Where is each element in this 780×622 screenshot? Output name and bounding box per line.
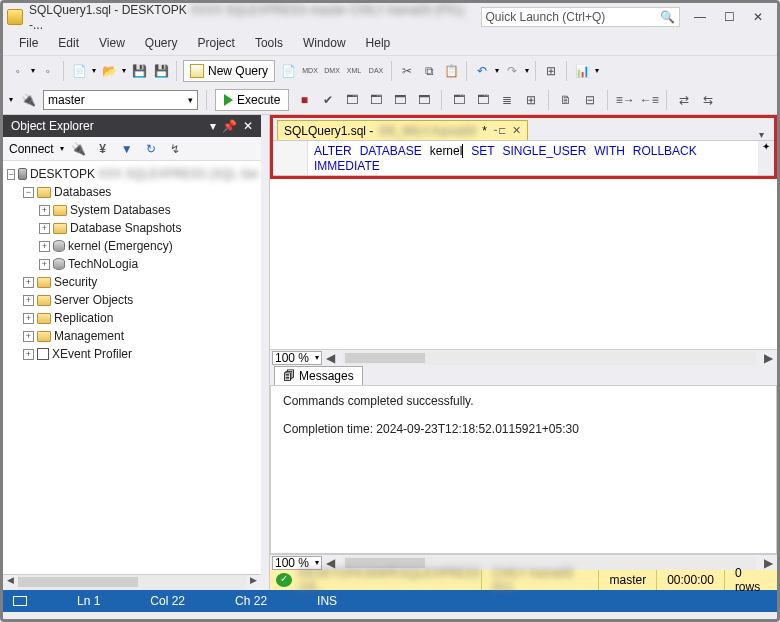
results-text-button[interactable]: ≣ bbox=[498, 91, 516, 109]
undo-button[interactable]: ↶ bbox=[473, 62, 491, 80]
save-all-button[interactable]: 💾 bbox=[152, 62, 170, 80]
disconnect-button[interactable]: 🔌 bbox=[70, 140, 88, 158]
indent-button[interactable]: ≡→ bbox=[616, 91, 634, 109]
close-panel-icon[interactable]: ✕ bbox=[243, 119, 253, 133]
expand-icon[interactable]: + bbox=[39, 223, 50, 234]
menu-edit[interactable]: Edit bbox=[50, 34, 87, 52]
messages-tab[interactable]: 🗐 Messages bbox=[274, 366, 363, 385]
expand-icon[interactable]: + bbox=[23, 313, 34, 324]
properties-button[interactable]: ⊞ bbox=[542, 62, 560, 80]
replication-node[interactable]: + Replication bbox=[5, 309, 259, 327]
connect-button[interactable]: Connect bbox=[9, 142, 54, 156]
live-stats-button[interactable]: 🗔 bbox=[450, 91, 468, 109]
management-node[interactable]: + Management bbox=[5, 327, 259, 345]
security-node[interactable]: + Security bbox=[5, 273, 259, 291]
quick-launch-input[interactable]: Quick Launch (Ctrl+Q) 🔍 bbox=[481, 7, 680, 27]
menu-tools[interactable]: Tools bbox=[247, 34, 291, 52]
sync-button[interactable]: ↯ bbox=[166, 140, 184, 158]
client-stats-button[interactable]: 🗔 bbox=[474, 91, 492, 109]
databases-node[interactable]: − Databases bbox=[5, 183, 259, 201]
activity-monitor-button[interactable]: 📊 bbox=[573, 62, 591, 80]
menu-help[interactable]: Help bbox=[358, 34, 399, 52]
outdent-button[interactable]: ←≡ bbox=[640, 91, 658, 109]
kernel-database-node[interactable]: + kernel (Emergency) bbox=[5, 237, 259, 255]
messages-output[interactable]: Commands completed successfully. Complet… bbox=[270, 385, 777, 554]
editor-scrollbar-h[interactable] bbox=[343, 351, 756, 365]
menu-view[interactable]: View bbox=[91, 34, 133, 52]
stop-oe-button[interactable]: ¥ bbox=[94, 140, 112, 158]
intellisense-button[interactable]: 🗖 bbox=[391, 91, 409, 109]
expand-icon[interactable]: + bbox=[39, 241, 50, 252]
zoom-combo[interactable]: 100 %▾ bbox=[272, 351, 322, 365]
oe-scrollbar-h[interactable]: ◀ ▶ bbox=[3, 574, 261, 590]
close-button[interactable]: ✕ bbox=[753, 10, 763, 24]
navigate-fwd-button[interactable]: ◦ bbox=[39, 62, 57, 80]
include-plan-button[interactable]: 🗖 bbox=[415, 91, 433, 109]
xevent-profiler-node[interactable]: + XEvent Profiler bbox=[5, 345, 259, 363]
specify-values-button[interactable]: ⇄ bbox=[675, 91, 693, 109]
stop-button[interactable]: ■ bbox=[295, 91, 313, 109]
refresh-button[interactable]: ↻ bbox=[142, 140, 160, 158]
scroll-left-icon[interactable]: ◀ bbox=[322, 351, 339, 365]
editor-scrollbar-v[interactable]: ✦ bbox=[758, 141, 774, 175]
change-connection-button[interactable]: 🔌 bbox=[19, 91, 37, 109]
copy-button[interactable]: ⧉ bbox=[420, 62, 438, 80]
navigate-back-button[interactable]: ◦ bbox=[9, 62, 27, 80]
expand-icon[interactable]: + bbox=[23, 349, 34, 360]
db-engine-query-button[interactable]: 📄 bbox=[279, 62, 297, 80]
database-snapshots-node[interactable]: + Database Snapshots bbox=[5, 219, 259, 237]
maximize-button[interactable]: ☐ bbox=[724, 10, 735, 24]
pin-tab-icon[interactable]: ⁃⊏ bbox=[493, 125, 506, 136]
splitter[interactable] bbox=[261, 115, 270, 590]
sqlcmd-button[interactable]: ⇆ bbox=[699, 91, 717, 109]
sql-document-tab[interactable]: SQLQuery1.sql - DE_MILY.Aarxa00 * ⁃⊏ ✕ bbox=[277, 120, 528, 140]
as-dax-button[interactable]: DAX bbox=[367, 62, 385, 80]
dropdown-icon[interactable]: ▾ bbox=[210, 119, 216, 133]
menu-query[interactable]: Query bbox=[137, 34, 186, 52]
tab-overflow-icon[interactable]: ▾ bbox=[753, 129, 770, 140]
new-query-button[interactable]: New Query bbox=[183, 60, 275, 82]
pin-icon[interactable]: 📌 bbox=[222, 119, 237, 133]
menu-file[interactable]: File bbox=[11, 34, 46, 52]
technologia-database-node[interactable]: + TechNoLogia bbox=[5, 255, 259, 273]
as-xmla-button[interactable]: XML bbox=[345, 62, 363, 80]
object-explorer-tree[interactable]: − DESKTOPK XXX SQLEXPRESS (SQL Ser − Dat… bbox=[3, 161, 261, 574]
server-node[interactable]: − DESKTOPK XXX SQLEXPRESS (SQL Ser bbox=[5, 165, 259, 183]
expand-icon[interactable]: + bbox=[23, 277, 34, 288]
query-options-button[interactable]: 🗔 bbox=[367, 91, 385, 109]
execute-button[interactable]: Execute bbox=[215, 89, 289, 111]
expand-icon[interactable]: + bbox=[39, 205, 50, 216]
sql-editor[interactable]: ALTER DATABASE kernel SET SINGLE_USER WI… bbox=[273, 140, 774, 176]
server-objects-node[interactable]: + Server Objects bbox=[5, 291, 259, 309]
collapse-icon[interactable]: − bbox=[7, 169, 15, 180]
connect-dropdown-icon[interactable]: ▾ bbox=[60, 144, 64, 153]
paste-button[interactable]: 📋 bbox=[442, 62, 460, 80]
scroll-right-icon[interactable]: ▶ bbox=[760, 351, 777, 365]
display-plan-button[interactable]: 🗔 bbox=[343, 91, 361, 109]
database-combo[interactable]: master ▾ bbox=[43, 90, 198, 110]
open-button[interactable]: 📂 bbox=[100, 62, 118, 80]
new-project-button[interactable]: 📄 bbox=[70, 62, 88, 80]
cut-button[interactable]: ✂ bbox=[398, 62, 416, 80]
system-databases-node[interactable]: + System Databases bbox=[5, 201, 259, 219]
results-grid-button[interactable]: ⊞ bbox=[522, 91, 540, 109]
as-mdx-button[interactable]: MDX bbox=[301, 62, 319, 80]
parse-button[interactable]: ✔ bbox=[319, 91, 337, 109]
expand-icon[interactable]: + bbox=[23, 331, 34, 342]
minimize-button[interactable]: — bbox=[694, 10, 706, 24]
message-line: Completion time: 2024-09-23T12:18:52.011… bbox=[283, 422, 764, 436]
editor-whitespace[interactable] bbox=[270, 179, 777, 349]
redo-button[interactable]: ↷ bbox=[503, 62, 521, 80]
expand-icon[interactable]: + bbox=[39, 259, 50, 270]
as-dmx-button[interactable]: DMX bbox=[323, 62, 341, 80]
code-area[interactable]: ALTER DATABASE kernel SET SINGLE_USER WI… bbox=[308, 141, 758, 175]
expand-icon[interactable]: + bbox=[23, 295, 34, 306]
results-file-button[interactable]: 🗎 bbox=[557, 91, 575, 109]
save-button[interactable]: 💾 bbox=[130, 62, 148, 80]
comment-button[interactable]: ⊟ bbox=[581, 91, 599, 109]
collapse-icon[interactable]: − bbox=[23, 187, 34, 198]
menu-window[interactable]: Window bbox=[295, 34, 354, 52]
filter-button[interactable]: ▼ bbox=[118, 140, 136, 158]
close-tab-icon[interactable]: ✕ bbox=[512, 124, 521, 137]
menu-project[interactable]: Project bbox=[190, 34, 243, 52]
